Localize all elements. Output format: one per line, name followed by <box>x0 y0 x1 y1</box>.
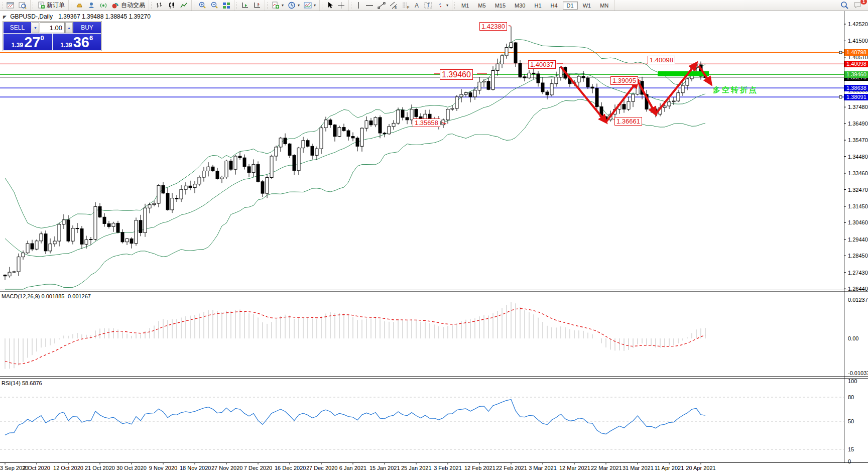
text-button[interactable]: A <box>412 1 422 10</box>
line-chart-icon <box>180 2 188 9</box>
dropdown-caret-icon: ▾ <box>446 3 448 8</box>
toolbar-group-charttype <box>149 0 192 11</box>
date-axis-label[interactable]: 31 Mar 2021 <box>623 465 653 471</box>
trendline-button[interactable] <box>376 1 388 10</box>
toolbar-grip <box>321 2 323 9</box>
date-axis-label[interactable]: 16 Dec 2020 <box>275 465 305 471</box>
date-axis-label[interactable]: 22 Mar 2021 <box>591 465 621 471</box>
volume-decrease-button[interactable]: ▼ <box>32 22 39 33</box>
dropdown-caret-icon: ▾ <box>298 3 300 8</box>
zoom-in-icon <box>198 2 206 9</box>
new-order-button[interactable]: 新订单 <box>35 0 67 11</box>
indicators-button[interactable]: ▾ <box>270 1 286 10</box>
new-order-label: 新订单 <box>47 1 65 10</box>
timeframe-w1[interactable]: W1 <box>579 2 595 10</box>
chart-symbol-period: GBPUSD-,Daily <box>10 13 53 20</box>
candlestick-button[interactable] <box>166 1 178 10</box>
arrows-button[interactable]: ▾ <box>434 1 450 10</box>
date-axis-label[interactable]: 6 Jan 2021 <box>338 465 368 471</box>
date-axis-label[interactable]: 3 Mar 2021 <box>528 465 558 471</box>
zoom-in-button[interactable] <box>196 1 208 10</box>
templates-button[interactable]: ▾ <box>302 1 318 10</box>
price-axis-tick: 1.42520 <box>848 21 868 27</box>
crosshair-button[interactable] <box>335 1 347 10</box>
price-flag[interactable]: 1.40098 <box>648 56 675 64</box>
timeframe-h4[interactable]: H4 <box>547 2 562 10</box>
timeframe-m1[interactable]: M1 <box>457 2 473 10</box>
cursor-button[interactable] <box>324 1 335 10</box>
timeframe-m30[interactable]: M30 <box>511 2 529 10</box>
channel-button[interactable]: E <box>388 1 400 10</box>
chat-button[interactable]: 1 <box>851 0 864 11</box>
chart-canvas[interactable] <box>0 0 868 473</box>
macd-label: MACD(12,26,9) 0.001885 -0.001267 <box>2 293 91 299</box>
buy-price-button[interactable]: 1.39 36 6 <box>53 34 101 50</box>
toolbar-grip <box>193 2 195 9</box>
timeframe-m15[interactable]: M15 <box>491 2 510 10</box>
market-button[interactable] <box>73 1 85 10</box>
timeframe-m5[interactable]: M5 <box>474 2 489 10</box>
line-chart-button[interactable] <box>178 1 190 10</box>
toolbar-grip <box>267 2 268 9</box>
candlestick-icon <box>168 2 176 9</box>
price-flag[interactable]: 1.35658 <box>413 119 440 127</box>
vertical-line-button[interactable] <box>353 1 363 10</box>
price-flag[interactable]: 1.42380 <box>479 22 507 31</box>
horizontal-line-button[interactable] <box>363 1 376 10</box>
buy-button[interactable]: BUY <box>73 22 101 33</box>
sell-button[interactable]: SELL <box>4 22 31 33</box>
buy-price-big-figure: 1.39 <box>60 42 72 49</box>
date-axis-label[interactable]: 22 Feb 2021 <box>496 465 526 471</box>
turning-point-annotation[interactable]: 多空转折点 <box>713 85 758 95</box>
date-axis-label[interactable]: 21 Oct 2020 <box>85 465 115 471</box>
toolbar-grip <box>454 2 455 9</box>
price-level-badge: 1.38638 <box>844 85 868 91</box>
volume-increase-button[interactable]: ▲ <box>65 22 73 33</box>
date-axis-label[interactable]: 18 Nov 2020 <box>180 465 210 471</box>
date-axis-label[interactable]: 2 Oct 2020 <box>22 465 52 471</box>
timeframe-d1[interactable]: D1 <box>563 2 578 10</box>
volume-input[interactable] <box>40 22 65 33</box>
main-toolbar: 新订单 自动交易 ▾ ▾ ▾ E F A T <box>0 0 868 11</box>
signals-button[interactable] <box>97 1 109 10</box>
collapse-panel-icon[interactable]: ◤ <box>3 15 7 20</box>
price-flag[interactable]: 1.39460 <box>440 69 473 80</box>
date-axis-label[interactable]: 15 Jan 2021 <box>369 465 400 471</box>
fibonacci-button[interactable]: F <box>400 1 412 10</box>
sell-price-button[interactable]: 1.39 27 0 <box>4 34 52 50</box>
date-axis-label[interactable]: 27 Dec 2020 <box>306 465 336 471</box>
svg-text:F: F <box>407 6 409 9</box>
community-button[interactable] <box>85 1 97 10</box>
profiles-button[interactable] <box>17 1 29 10</box>
price-axis-tick: 1.34480 <box>848 154 868 160</box>
chart-shift-button[interactable] <box>251 1 263 10</box>
zoom-out-button[interactable] <box>208 1 220 10</box>
date-axis-label[interactable]: 9 Nov 2020 <box>148 465 178 471</box>
rsi-axis-tick: 100 <box>848 378 857 384</box>
autotrading-button[interactable]: 自动交易 <box>109 0 147 11</box>
date-axis-label[interactable]: 3 Feb 2021 <box>433 465 463 471</box>
price-flag[interactable]: 1.39095 <box>610 76 638 85</box>
date-axis-label[interactable]: 12 Mar 2021 <box>559 465 589 471</box>
date-axis-label[interactable]: 27 Nov 2020 <box>211 465 241 471</box>
search-icon <box>840 1 849 10</box>
auto-scroll-button[interactable] <box>239 1 251 10</box>
toolbar-grip <box>32 2 34 9</box>
timeframe-h1[interactable]: H1 <box>530 2 545 10</box>
periods-button[interactable]: ▾ <box>286 1 302 10</box>
price-flag[interactable]: 1.36661 <box>614 117 642 126</box>
date-axis-label[interactable]: 25 Jan 2021 <box>401 465 431 471</box>
timeframe-mn[interactable]: MN <box>596 2 612 10</box>
date-axis-label[interactable]: 12 Oct 2020 <box>53 465 83 471</box>
tile-windows-button[interactable] <box>220 1 232 10</box>
date-axis-label[interactable]: 7 Dec 2020 <box>243 465 273 471</box>
text-label-button[interactable]: T <box>422 1 434 10</box>
bar-chart-button[interactable] <box>154 1 166 10</box>
date-axis-label[interactable]: 11 Apr 2021 <box>654 465 684 471</box>
new-chart-button[interactable] <box>5 1 17 10</box>
date-axis-label[interactable]: 20 Apr 2021 <box>686 465 716 471</box>
date-axis-label[interactable]: 30 Oct 2020 <box>116 465 147 471</box>
date-axis-label[interactable]: 12 Feb 2021 <box>464 465 494 471</box>
search-button[interactable] <box>838 0 851 11</box>
price-flag[interactable]: 1.40037 <box>528 60 556 69</box>
